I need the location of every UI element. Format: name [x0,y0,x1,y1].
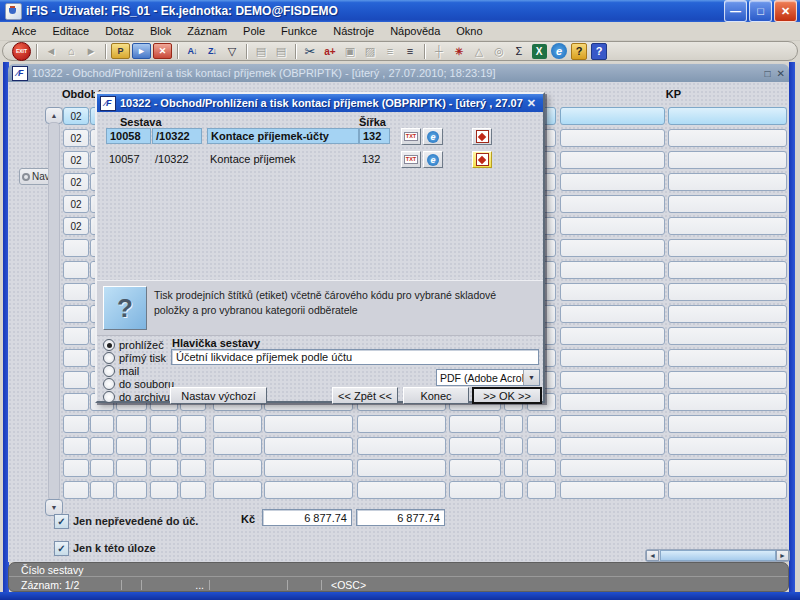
grid-cell[interactable] [449,415,501,433]
menu-item-pole[interactable]: Pole [235,24,273,38]
grid-cell[interactable] [90,481,114,499]
format-select[interactable]: PDF (Adobe Acrobat) ▼ [436,369,540,386]
grid-cell[interactable] [560,195,665,213]
grid-cell[interactable] [449,437,501,455]
grid-cell[interactable]: 02 [63,151,89,169]
txt-export-button[interactable]: TXT [401,151,421,168]
grid-cell[interactable] [213,437,262,455]
grid-cell[interactable] [668,481,787,499]
report-task-cell[interactable]: /10322 [152,128,202,144]
ok-button[interactable]: >> OK >> [472,387,542,404]
grid-cell[interactable] [180,415,206,433]
menu-item-nápověda[interactable]: Nápověda [382,24,448,38]
menu-item-funkce[interactable]: Funkce [273,24,325,38]
grid-cell[interactable] [668,349,787,367]
grid-cell[interactable]: 02 [63,217,89,235]
vertical-scrollbar-track[interactable] [48,122,60,501]
tree-view-icon[interactable]: ┼ [430,42,448,60]
set-default-button[interactable]: Nastav výchozí [170,387,267,404]
sort-ascending-icon[interactable]: A↓ [183,42,201,60]
grid-cell[interactable] [116,481,147,499]
ruler-icon[interactable]: △ [470,42,488,60]
grid-cell[interactable] [213,459,262,477]
grid-cell[interactable] [527,481,556,499]
grid-cell[interactable] [527,415,556,433]
grid-cell[interactable] [560,173,665,191]
grid-cell[interactable] [116,459,147,477]
grid-cell[interactable] [560,151,665,169]
report-width-cell[interactable]: 132 [359,151,390,167]
only-untransferred-checkbox[interactable]: ✓ [54,514,69,529]
grid-cell[interactable] [527,459,556,477]
grid-cell[interactable] [150,437,178,455]
menu-item-akce[interactable]: Akce [4,24,44,38]
horizontal-scrollbar[interactable]: ◄ ► [645,549,790,562]
amount-field-2[interactable]: 6 877.74 [356,509,445,526]
grid-cell[interactable] [63,261,89,279]
end-button[interactable]: Konec [403,387,469,404]
grid-cell[interactable] [63,371,89,389]
grid-cell[interactable] [63,349,89,367]
grid-cell[interactable] [527,437,556,455]
grid-cell[interactable] [264,481,353,499]
grid-cell[interactable] [504,415,523,433]
grid-cell[interactable] [668,195,787,213]
grid-cell[interactable] [560,107,665,125]
grid-cell[interactable] [150,459,178,477]
html-export-button[interactable]: e [423,151,443,168]
grid-cell[interactable] [63,437,89,455]
amount-field-1[interactable]: 6 877.74 [262,509,352,526]
grid-cell[interactable] [560,459,665,477]
output-option-mail[interactable]: mail [103,365,139,377]
grid-cell[interactable] [560,261,665,279]
query-execute-icon[interactable]: ► [132,42,151,60]
grid-cell[interactable] [150,481,178,499]
grid-cell[interactable] [150,415,178,433]
grid-cell[interactable] [504,459,523,477]
output-option-do-archivu[interactable]: do archivu [103,391,170,403]
grid-cell[interactable] [560,393,665,411]
html-export-button[interactable]: e [423,128,443,145]
grid-cell[interactable] [63,459,89,477]
grid-cell[interactable] [668,415,787,433]
help-icon[interactable]: ? [590,42,608,60]
grid-cell[interactable] [560,437,665,455]
scroll-right-icon[interactable]: ► [776,550,789,561]
grid-cell[interactable] [668,305,787,323]
scroll-left-icon[interactable]: ◄ [646,550,659,561]
grid-cell[interactable] [116,415,147,433]
grid-cell[interactable] [504,437,523,455]
print-setup-icon[interactable]: ▤ [272,42,290,60]
menu-item-záznam[interactable]: Záznam [179,24,235,38]
exit-icon[interactable]: EXIT [12,42,31,60]
pdf-export-button[interactable] [472,151,492,168]
grid-cell[interactable] [560,129,665,147]
menu-item-dotaz[interactable]: Dotaz [97,24,142,38]
grid-cell[interactable] [668,107,787,125]
grid-cell[interactable] [63,327,89,345]
grid-cell[interactable] [90,459,114,477]
output-option-prohl-e-[interactable]: prohlížeč [103,339,164,351]
list-of-values-icon[interactable]: ≡ [401,42,419,60]
back-button[interactable]: << Zpět << [332,387,398,404]
print-icon[interactable]: ▤ [252,42,270,60]
grid-cell[interactable] [264,459,353,477]
grid-cell[interactable] [449,459,501,477]
grid-cell[interactable] [90,437,114,455]
mdi-restore-icon[interactable]: □ [765,68,771,79]
maximize-button[interactable]: □ [749,0,772,22]
grid-cell[interactable] [264,437,353,455]
report-id-cell[interactable]: 10057 [106,151,151,167]
grid-cell[interactable] [560,481,665,499]
grid-cell[interactable] [213,415,262,433]
horizontal-scrollbar-thumb[interactable] [660,550,776,561]
pdf-export-button[interactable] [472,128,492,145]
txt-export-button[interactable]: TXT [401,128,421,145]
grid-cell[interactable] [668,239,787,257]
close-button[interactable]: ✕ [774,0,797,22]
grid-cell[interactable] [357,437,446,455]
nav-home-icon[interactable]: ⌂ [62,42,80,60]
grid-cell[interactable] [63,239,89,257]
grid-cell[interactable] [560,283,665,301]
grid-cell[interactable] [357,459,446,477]
